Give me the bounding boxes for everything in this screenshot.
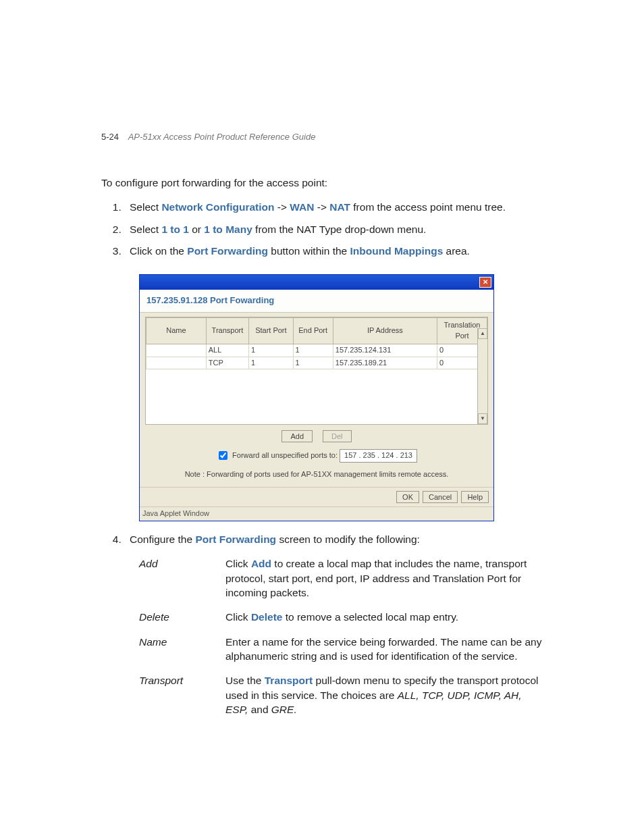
ok-button[interactable]: OK (396, 491, 419, 503)
port-forwarding-table: Name Transport Start Port End Port IP Ad… (146, 317, 487, 370)
note-text: Note : Forwarding of ports used for AP-5… (140, 465, 493, 487)
def-body-transport: Use the Transport pull-down menu to spec… (225, 673, 543, 717)
document-page: 5-24 AP-51xx Access Point Product Refere… (0, 0, 644, 834)
def-body-add: Click Add to create a local map that inc… (225, 556, 543, 600)
def-term-add: Add (139, 556, 225, 600)
add-button[interactable]: Add (281, 430, 313, 442)
col-ip-address[interactable]: IP Address (333, 317, 437, 344)
close-icon[interactable]: ✕ (479, 277, 491, 288)
forward-unspecified-row: Forward all unspecified ports to: 157 . … (140, 446, 493, 465)
forward-all-label: Forward all unspecified ports to: (232, 451, 338, 459)
steps-list-continued: Configure the Port Forwarding screen to … (124, 532, 543, 547)
keyword-port-forwarding-2: Port Forwarding (195, 533, 276, 545)
keyword-wan: WAN (290, 201, 314, 213)
col-name[interactable]: Name (146, 317, 207, 344)
definitions-list: Add Click Add to create a local map that… (139, 556, 543, 717)
scroll-down-icon[interactable]: ▼ (478, 413, 487, 424)
step-1: Select Network Configuration -> WAN -> N… (124, 200, 543, 215)
body-content: To configure port forwarding for the acc… (101, 176, 543, 717)
help-button[interactable]: Help (461, 491, 489, 503)
running-header: 5-24 AP-51xx Access Point Product Refere… (101, 132, 315, 142)
titlebar: ✕ (140, 275, 493, 290)
add-del-row: Add Del (140, 427, 493, 446)
scroll-up-icon[interactable]: ▲ (478, 328, 487, 339)
col-transport[interactable]: Transport (206, 317, 248, 344)
col-start-port[interactable]: Start Port (249, 317, 294, 344)
keyword-inbound-mappings: Inbound Mappings (350, 245, 444, 257)
keyword-port-forwarding: Port Forwarding (187, 245, 268, 257)
def-body-delete: Click Delete to remove a selected local … (225, 610, 543, 625)
table-row[interactable]: TCP 1 1 157.235.189.21 0 (146, 357, 487, 369)
step-3: Click on the Port Forwarding button with… (124, 244, 543, 259)
port-forwarding-table-area: Name Transport Start Port End Port IP Ad… (145, 317, 488, 425)
def-term-name: Name (139, 635, 225, 664)
step-2: Select 1 to 1 or 1 to Many from the NAT … (124, 222, 543, 237)
def-transport: Transport Use the Transport pull-down me… (139, 673, 543, 717)
dialog-bottom-bar: OK Cancel Help (140, 487, 493, 506)
keyword-network-configuration: Network Configuration (161, 201, 274, 213)
def-delete: Delete Click Delete to remove a selected… (139, 610, 543, 625)
def-body-name: Enter a name for the service being forwa… (225, 635, 543, 664)
def-term-transport: Transport (139, 673, 225, 717)
def-name: Name Enter a name for the service being … (139, 635, 543, 664)
scrollbar[interactable]: ▲ ▼ (477, 328, 487, 424)
forward-all-checkbox[interactable] (219, 451, 227, 460)
doc-title: AP-51xx Access Point Product Reference G… (128, 132, 316, 142)
intro-text: To configure port forwarding for the acc… (101, 176, 543, 190)
keyword-1to1: 1 to 1 (161, 224, 188, 235)
keyword-1tomany: 1 to Many (204, 224, 252, 235)
table-row[interactable]: ALL 1 1 157.235.124.131 0 (146, 344, 487, 357)
def-term-delete: Delete (139, 610, 225, 625)
keyword-nat: NAT (329, 201, 350, 213)
forward-ip-input[interactable]: 157 . 235 . 124 . 213 (340, 449, 417, 463)
port-forwarding-dialog: ✕ 157.235.91.128 Port Fowarding Name Tra… (139, 274, 494, 521)
dialog-title: 157.235.91.128 Port Fowarding (140, 290, 493, 313)
cancel-button[interactable]: Cancel (423, 491, 458, 503)
col-end-port[interactable]: End Port (293, 317, 333, 344)
dialog-window: ✕ 157.235.91.128 Port Fowarding Name Tra… (139, 274, 494, 521)
step-4: Configure the Port Forwarding screen to … (124, 532, 543, 547)
def-add: Add Click Add to create a local map that… (139, 556, 543, 600)
del-button[interactable]: Del (323, 430, 352, 442)
java-applet-status: Java Applet Window (140, 506, 493, 521)
page-number: 5-24 (101, 132, 119, 142)
steps-list: Select Network Configuration -> WAN -> N… (124, 200, 543, 259)
table-header-row: Name Transport Start Port End Port IP Ad… (146, 317, 487, 344)
